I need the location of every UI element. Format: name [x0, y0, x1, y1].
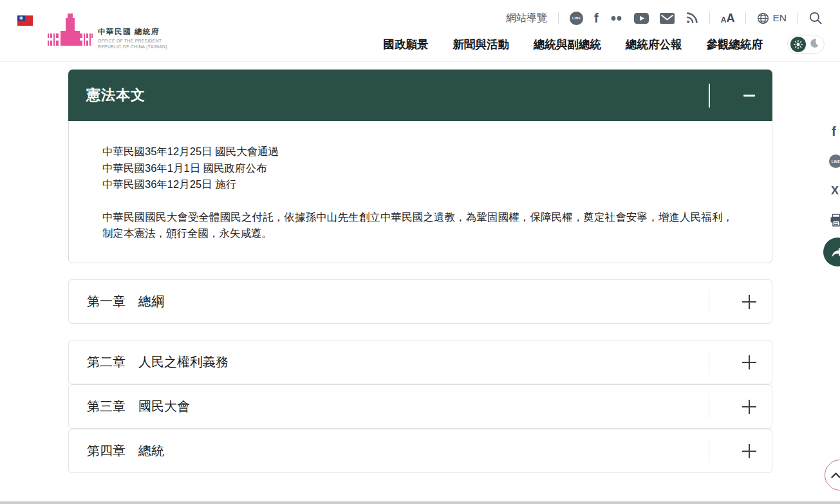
forward-arrow-icon — [831, 246, 840, 259]
minus-icon[interactable] — [743, 95, 755, 97]
share-facebook-icon[interactable]: f — [832, 125, 836, 138]
divider — [558, 12, 559, 24]
divider — [745, 12, 746, 24]
divider — [709, 395, 709, 419]
scroll-to-top-button[interactable] — [825, 460, 840, 490]
search-icon[interactable] — [809, 12, 822, 24]
taiwan-flag — [17, 15, 33, 28]
date-line: 中華民國36年1月1日 國民政府公布 — [102, 160, 733, 177]
line-icon[interactable]: LINE — [570, 12, 583, 25]
main-nav: 國政願景 新聞與活動 總統與副總統 總統府公報 參觀總統府 — [384, 34, 825, 55]
constitution-accordion: 憲法本文 中華民國35年12月25日 國民大會通過 中華民國36年1月1日 國民… — [68, 70, 772, 473]
youtube-icon[interactable] — [634, 13, 649, 24]
sitemap-link[interactable]: 網站導覽 — [506, 12, 547, 25]
site-logo-text[interactable]: 中華民國 總統府 OFFICE OF THE PRESIDENT REPUBLI… — [98, 27, 167, 50]
plus-icon[interactable] — [742, 295, 756, 309]
print-icon[interactable] — [830, 214, 840, 229]
nav-item-visit[interactable]: 參觀總統府 — [707, 37, 763, 52]
divider — [709, 12, 710, 24]
site-header: 中華民國 總統府 OFFICE OF THE PRESIDENT REPUBLI… — [0, 0, 840, 62]
section-title: 憲法本文 — [68, 70, 772, 121]
date-line: 中華民國36年12月25日 施行 — [102, 176, 733, 193]
constitution-preamble: 中華民國國民大會受全體國民之付託，依據孫中山先生創立中華民國之遺教，為鞏固國權，… — [102, 209, 733, 242]
chapter-title: 第四章 總統 — [69, 429, 772, 472]
divider — [709, 84, 710, 107]
globe-icon — [757, 12, 769, 24]
theme-toggle[interactable] — [787, 35, 825, 54]
accordion-item-chapter-2[interactable]: 第二章 人民之權利義務 — [68, 340, 772, 384]
divider — [709, 351, 709, 375]
nav-item-gazette[interactable]: 總統府公報 — [626, 37, 682, 52]
accordion-item-chapter-3[interactable]: 第三章 國民大會 — [68, 384, 772, 429]
date-line: 中華民國35年12月25日 國民大會通過 — [102, 144, 733, 160]
plus-icon[interactable] — [742, 444, 756, 458]
logo-title-en: OFFICE OF THE PRESIDENT REPUBLIC OF CHIN… — [98, 39, 167, 50]
share-line-icon[interactable]: LINE — [829, 154, 840, 168]
nav-item-news[interactable]: 新聞與活動 — [453, 37, 510, 52]
language-switch[interactable]: EN — [757, 12, 787, 24]
plus-icon[interactable] — [742, 400, 756, 414]
rss-icon[interactable] — [686, 12, 698, 24]
facebook-icon[interactable]: f — [594, 12, 599, 24]
sun-icon — [790, 37, 806, 52]
language-label: EN — [772, 12, 787, 24]
constitution-panel: 中華民國35年12月25日 國民大會通過 中華民國36年1月1日 國民政府公布 … — [68, 121, 772, 263]
plus-icon[interactable] — [742, 355, 756, 369]
flickr-icon[interactable] — [610, 12, 623, 25]
nav-item-policies[interactable]: 國政願景 — [384, 37, 429, 52]
chapter-title: 第一章 總綱 — [69, 280, 772, 323]
chevron-up-icon — [831, 472, 840, 478]
share-button[interactable] — [823, 238, 840, 266]
utility-bar: 網站導覽 LINE f AA — [506, 10, 822, 26]
mail-icon[interactable] — [660, 13, 675, 24]
logo-title-zh: 中華民國 總統府 — [98, 27, 167, 37]
divider — [798, 12, 798, 24]
divider — [709, 440, 709, 463]
accordion-item-chapter-4[interactable]: 第四章 總統 — [68, 429, 772, 473]
divider — [709, 290, 709, 314]
presidential-office-logo-icon[interactable] — [48, 14, 93, 48]
accordion-section-constitution-text[interactable]: 憲法本文 — [68, 70, 772, 121]
moon-icon — [809, 38, 819, 51]
share-x-icon[interactable]: X — [831, 184, 839, 198]
chapter-title: 第二章 人民之權利義務 — [69, 341, 772, 384]
accordion-item-chapter-1[interactable]: 第一章 總綱 — [68, 279, 772, 324]
page-bottom-strip — [0, 501, 840, 504]
font-size-icon[interactable]: AA — [721, 12, 735, 24]
chapter-title: 第三章 國民大會 — [69, 385, 772, 428]
nav-item-president[interactable]: 總統與副總統 — [534, 37, 601, 52]
